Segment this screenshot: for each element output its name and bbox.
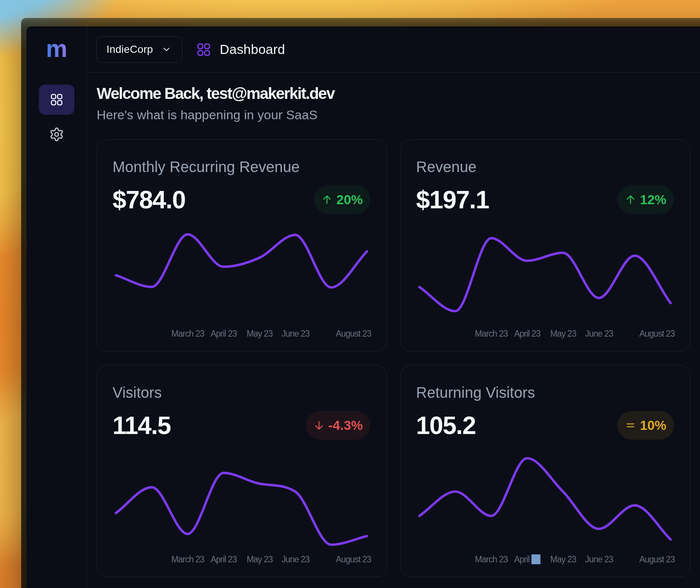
app-window: m IndieCorp: [26, 26, 700, 588]
x-tick-label: June 23: [585, 328, 613, 339]
metric-value: 114.5: [113, 411, 171, 440]
metric-row: $784.0 20%: [113, 185, 370, 214]
x-tick-label: August 23: [639, 328, 675, 339]
dashboard-content: Welcome Back, test@makerkit.dev Here's w…: [87, 73, 700, 577]
metric-row: 114.5 -4.3%: [113, 411, 370, 440]
x-tick-label: April 23: [514, 554, 540, 565]
x-tick-label: March 23: [475, 554, 508, 565]
x-tick-label: May 23: [550, 554, 576, 565]
arrow-up-icon: [321, 194, 333, 205]
x-tick-label: June 23: [585, 554, 613, 565]
layout-grid-icon: [51, 94, 63, 106]
sidebar: m: [26, 26, 87, 588]
main-column: IndieCorp Dashboard Welcome Back, test@m…: [87, 26, 700, 588]
x-axis-ticks: March 23April 23May 23June 23August 23: [401, 328, 690, 339]
trend-badge: 12%: [617, 185, 674, 214]
arrow-up-icon: [625, 194, 636, 205]
sidebar-item-settings[interactable]: [39, 119, 74, 149]
card-returning-visitors: Returning Visitors 105.2 10% March 23Apr…: [400, 365, 691, 577]
card-monthly-recurring-revenue: Monthly Recurring Revenue $784.0 20% Mar…: [97, 139, 387, 351]
x-tick-label: March 23: [475, 328, 508, 339]
metric-value: $197.1: [416, 185, 489, 214]
page-title: Dashboard: [220, 42, 285, 57]
trend-badge: 20%: [314, 185, 370, 214]
x-tick-label: August 23: [336, 554, 371, 565]
breadcrumb: Dashboard: [197, 42, 285, 57]
welcome-subheading: Here's what is happening in your SaaS: [97, 107, 691, 122]
sidebar-item-dashboard[interactable]: [39, 85, 74, 115]
account-switcher-label: IndieCorp: [106, 43, 153, 55]
trend-label: 12%: [640, 192, 666, 207]
trend-label: 10%: [640, 418, 666, 433]
trend-badge: 10%: [617, 411, 674, 440]
x-tick-label: April 23: [211, 554, 237, 565]
layout-grid-icon: [197, 43, 210, 56]
x-tick-label: June 23: [282, 328, 310, 339]
trend-label: 20%: [336, 192, 363, 207]
chevron-down-icon: [162, 45, 171, 54]
card-revenue: Revenue $197.1 12% March 23April 23May 2…: [400, 139, 691, 351]
x-axis-ticks: March 23April 23May 23June 23August 23: [401, 554, 690, 565]
x-tick-label: April 23: [514, 328, 540, 339]
x-tick-label: May 23: [550, 328, 576, 339]
x-tick-label: May 23: [247, 328, 273, 339]
x-axis-ticks: March 23April 23May 23June 23August 23: [97, 554, 387, 565]
card-title: Returning Visitors: [416, 383, 535, 402]
x-tick-label: August 23: [336, 328, 371, 339]
card-title: Visitors: [113, 383, 162, 402]
x-tick-label: May 23: [247, 554, 273, 565]
topbar: IndieCorp Dashboard: [87, 26, 700, 73]
card-title: Revenue: [416, 158, 476, 176]
account-switcher-button[interactable]: IndieCorp: [96, 36, 182, 63]
card-visitors: Visitors 114.5 -4.3% March 23April 23May…: [97, 365, 387, 577]
x-tick-label: August 23: [639, 554, 675, 565]
card-title: Monthly Recurring Revenue: [113, 158, 300, 176]
metric-value: $784.0: [113, 185, 185, 214]
metrics-grid: Monthly Recurring Revenue $784.0 20% Mar…: [97, 139, 691, 577]
gear-icon: [49, 127, 64, 142]
x-axis-ticks: March 23April 23May 23June 23August 23: [97, 328, 387, 339]
metric-row: 105.2 10%: [416, 411, 674, 440]
welcome-heading: Welcome Back, test@makerkit.dev: [97, 83, 691, 103]
selected-text: 23: [532, 554, 540, 564]
equal-icon: [625, 420, 636, 431]
trend-label: -4.3%: [328, 418, 363, 433]
trend-badge: -4.3%: [306, 411, 370, 440]
x-tick-label: April 23: [211, 328, 237, 339]
arrow-down-icon: [313, 420, 325, 431]
x-tick-label: June 23: [282, 554, 310, 565]
metric-row: $197.1 12%: [416, 185, 674, 214]
metric-value: 105.2: [416, 411, 476, 440]
makerkit-logo[interactable]: m: [46, 33, 67, 65]
x-tick-label: March 23: [171, 328, 204, 339]
x-tick-label: March 23: [171, 554, 204, 565]
